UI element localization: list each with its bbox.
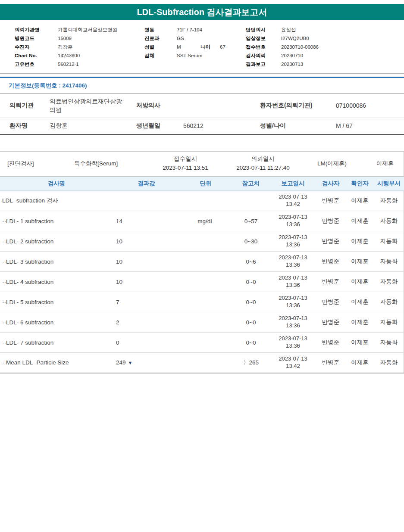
field-value: 가톨릭대학교서울성모병원: [58, 25, 117, 34]
tester: 반병준: [316, 272, 346, 292]
result-row: ··LDL- 7 subfraction 0 0~0 2023-07-1313:…: [0, 333, 404, 353]
field-label: 검사의뢰: [246, 51, 281, 60]
result-row: LDL- subfraction 검사 2023-07-1313:42 반병준 …: [0, 191, 404, 211]
header-field-sex-age: 성별M나이67: [144, 43, 246, 51]
confirmer: 이제훈: [346, 252, 374, 272]
department: 자동화: [374, 292, 404, 312]
field-label: 병동: [144, 25, 177, 34]
basic-info-table: 의뢰기관 의료법인삼광의료재단삼광의원 처방의사 환자번호(의뢰기관) 0710…: [0, 93, 404, 135]
test-meta-row: [진단검사] 특수화학[Serum] 접수일시 2023-07-11 13:51…: [0, 152, 404, 177]
field-value: 김창훈: [41, 118, 135, 134]
result-row: ··LDL- 1 subfraction 14 mg/dL 0~57 2023-…: [0, 211, 404, 231]
field-value: I27WQ2UB0: [281, 34, 309, 43]
field-value: 14243600: [58, 51, 80, 60]
result-header-row: 검사명 결과값 단위 참고치 보고일시 검사자 확인자 시행부서: [0, 177, 404, 191]
report-date: 2023-07-13: [279, 214, 307, 220]
unit: mg/dL: [180, 211, 232, 231]
department: 자동화: [374, 252, 404, 272]
result-value: 7: [113, 292, 180, 312]
header-field: 임상정보I27WQ2UB0: [246, 34, 404, 43]
field-label: 의뢰기관: [0, 93, 41, 118]
column-header-department: 시행부서: [374, 177, 404, 191]
field-value: 20230710: [281, 51, 303, 60]
unit: [180, 333, 232, 353]
basic-info-title: 기본정보(등록번호 : 2417406): [0, 78, 404, 93]
report-date: 2023-07-13: [279, 315, 307, 321]
report-time: 13:36: [286, 342, 300, 349]
result-text: 14: [116, 218, 122, 224]
request-label: 의뢰일시: [251, 156, 275, 162]
reference-range: 0~0: [232, 272, 270, 292]
report-date: 2023-07-13: [279, 193, 307, 200]
field-label: Chart No.: [15, 51, 58, 60]
reference-range: 0~30: [232, 231, 270, 252]
result-text: 7: [116, 299, 119, 305]
report-datetime: 2023-07-1313:36: [270, 231, 316, 252]
result-text: 2: [116, 319, 119, 326]
result-row: ··LDL- 5 subfraction 7 0~0 2023-07-1313:…: [0, 292, 404, 312]
field-value: GS: [177, 34, 184, 43]
result-row: ··LDL- 4 subfraction 10 0~0 2023-07-1313…: [0, 272, 404, 292]
field-value: SST Serum: [177, 51, 202, 60]
header-field: 고유번호560212-1: [15, 60, 129, 68]
receipt-datetime: 접수일시 2023-07-11 13:51: [142, 155, 229, 173]
reference-range: [232, 191, 270, 211]
report-date: 2023-07-13: [279, 295, 307, 301]
tester: 반병준: [316, 252, 346, 272]
department: 자동화: [374, 272, 404, 292]
test-name: ··LDL- 4 subfraction: [0, 272, 113, 292]
patient-header-left: 의뢰기관명가톨릭대학교서울성모병원 병원코드15009 수진자김창훈 Chart…: [0, 25, 129, 68]
field-value: 71F / 7-104: [177, 25, 202, 34]
result-row: ··LDL- 6 subfraction 2 0~0 2023-07-1313:…: [0, 312, 404, 333]
lab-name: LM(이제훈): [298, 160, 366, 168]
patient-header-middle: 병동71F / 7-104 진료과GS 성별M나이67 검체SST Serum: [129, 25, 246, 68]
column-header-confirmer: 확인자: [346, 177, 374, 191]
result-value: [113, 191, 180, 211]
test-result-block: [진단검사] 특수화학[Serum] 접수일시 2023-07-11 13:51…: [0, 151, 404, 373]
field-value: 67: [220, 43, 225, 51]
report-date: 2023-07-13: [279, 234, 307, 240]
result-row: ··LDL- 3 subfraction 10 0~6 2023-07-1313…: [0, 252, 404, 272]
field-label: 의뢰기관명: [15, 25, 58, 34]
report-date: 2023-07-13: [279, 274, 307, 281]
tester: 반병준: [316, 333, 346, 353]
column-header-tester: 검사자: [316, 177, 346, 191]
reference-range: 0~0: [232, 312, 270, 333]
unit: [180, 231, 232, 252]
report-datetime: 2023-07-1313:36: [270, 272, 316, 292]
department: 자동화: [374, 191, 404, 211]
confirmer: 이제훈: [346, 231, 374, 252]
reference-range: 0~57: [232, 211, 270, 231]
department: 자동화: [374, 211, 404, 231]
header-field: 담당의사윤상섭: [246, 25, 404, 34]
report-page: LDL-Subfraction 검사결과보고서 의뢰기관명가톨릭대학교서울성모병…: [0, 4, 404, 373]
request-datetime: 의뢰일시 2023-07-11 11:27:40: [229, 155, 298, 173]
test-name: ··LDL- 3 subfraction: [0, 252, 113, 272]
result-row: ··LDL- 2 subfraction 10 0~30 2023-07-131…: [0, 231, 404, 252]
result-value: 0: [113, 333, 180, 353]
unit: [180, 312, 232, 333]
result-text: 10: [116, 258, 122, 265]
test-name: ··Mean LDL- Particle Size: [0, 353, 113, 373]
field-value: [181, 93, 259, 118]
result-text: 0: [116, 339, 119, 346]
result-value: 10: [113, 252, 180, 272]
field-value: 김창훈: [58, 43, 73, 51]
field-value: 윤상섭: [281, 25, 296, 34]
confirmer: 이제훈: [346, 312, 374, 333]
field-value: M: [177, 43, 200, 51]
test-name: LDL- subfraction 검사: [0, 191, 113, 211]
report-datetime: 2023-07-1313:36: [270, 312, 316, 333]
ordering-institution-value: 의료법인삼광의료재단삼광의원: [50, 97, 124, 115]
field-label: 처방의사: [135, 93, 181, 118]
field-label: 검체: [144, 51, 177, 60]
field-value: M / 67: [334, 118, 404, 134]
unit: [180, 252, 232, 272]
unit: [180, 272, 232, 292]
field-value: 071000086: [334, 93, 404, 118]
report-time: 13:36: [286, 282, 300, 288]
field-label: 성별: [144, 43, 177, 51]
confirmer: 이제훈: [346, 333, 374, 353]
result-value: 249▼: [113, 353, 180, 373]
header-field: 접수번호20230710-00086: [246, 43, 404, 51]
